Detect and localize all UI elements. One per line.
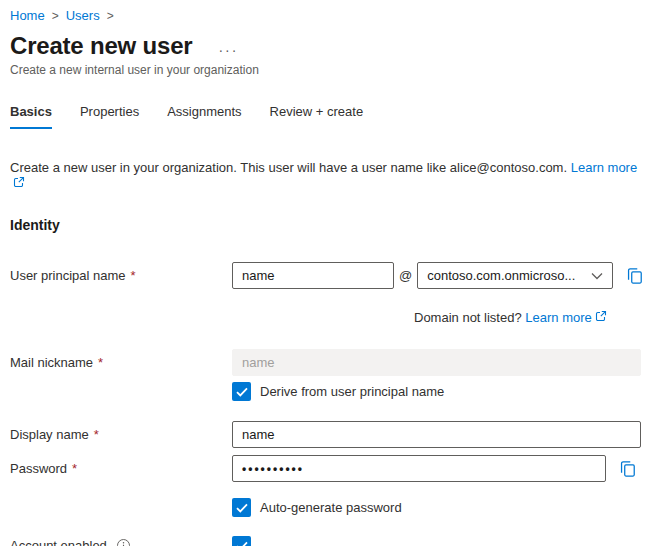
- account-enabled-field: [232, 536, 641, 546]
- more-menu-icon[interactable]: ···: [218, 35, 238, 57]
- intro-sentence: Create a new user in your organization. …: [10, 160, 567, 175]
- intro-text: Create a new user in your organization. …: [10, 160, 641, 191]
- breadcrumb-separator: >: [107, 9, 114, 23]
- account-enabled-row: Account enabled: [10, 536, 641, 546]
- display-name-input[interactable]: name: [232, 421, 641, 448]
- mail-nickname-field: name: [232, 349, 641, 376]
- password-input[interactable]: ••••••••••: [232, 455, 606, 482]
- page-subtitle: Create a new internal user in your organ…: [10, 63, 641, 77]
- derive-checkbox-row: Derive from user principal name: [232, 382, 641, 401]
- upn-row: User principal name * name @ contoso.com…: [10, 262, 641, 289]
- chevron-down-icon: [591, 268, 603, 283]
- domain-dropdown-value: contoso.com.onmicroso...: [427, 268, 575, 283]
- derive-checkbox-label: Derive from user principal name: [260, 384, 444, 399]
- autogen-checkbox-row: Auto-generate password: [232, 498, 641, 517]
- required-marker: *: [98, 355, 103, 370]
- required-marker: *: [131, 268, 136, 283]
- page-header: Create new user ···: [10, 32, 641, 60]
- tab-basics[interactable]: Basics: [10, 104, 52, 129]
- identity-section-title: Identity: [10, 217, 641, 233]
- domain-hint-row: Domain not listed? Learn more: [10, 310, 641, 325]
- display-name-label-text: Display name: [10, 427, 89, 442]
- mail-nickname-input: name: [232, 349, 641, 376]
- external-link-icon: [595, 310, 607, 325]
- mail-nickname-row: Mail nickname * name: [10, 349, 641, 376]
- upn-label: User principal name *: [10, 268, 232, 283]
- create-user-page: Home > Users > Create new user ··· Creat…: [0, 0, 651, 546]
- mail-nickname-label-text: Mail nickname: [10, 355, 93, 370]
- password-field: ••••••••••: [232, 455, 641, 482]
- upn-input[interactable]: name: [232, 262, 394, 289]
- intro-learn-more-link[interactable]: Learn more: [571, 160, 637, 175]
- account-enabled-checkbox[interactable]: [232, 536, 251, 546]
- breadcrumb: Home > Users >: [10, 8, 641, 23]
- external-link-icon: [13, 176, 25, 191]
- mail-nickname-label: Mail nickname *: [10, 355, 232, 370]
- autogen-password-checkbox[interactable]: [232, 498, 251, 517]
- upn-field: name @ contoso.com.onmicroso...: [232, 262, 644, 289]
- autogen-checkbox-label: Auto-generate password: [260, 500, 402, 515]
- password-label-text: Password: [10, 461, 67, 476]
- wizard-tabs: Basics Properties Assignments Review + c…: [10, 104, 641, 129]
- breadcrumb-separator: >: [52, 9, 59, 23]
- info-icon[interactable]: [116, 538, 131, 546]
- tab-review-create[interactable]: Review + create: [270, 104, 364, 129]
- required-marker: *: [94, 427, 99, 442]
- display-name-label: Display name *: [10, 427, 232, 442]
- breadcrumb-home-link[interactable]: Home: [10, 8, 45, 23]
- password-row: Password * ••••••••••: [10, 455, 641, 482]
- password-label: Password *: [10, 461, 232, 476]
- upn-label-text: User principal name: [10, 268, 126, 283]
- tab-assignments[interactable]: Assignments: [167, 104, 241, 129]
- page-title: Create new user: [10, 32, 192, 60]
- breadcrumb-users-link[interactable]: Users: [66, 8, 100, 23]
- domain-dropdown[interactable]: contoso.com.onmicroso...: [417, 262, 613, 289]
- account-enabled-label-text: Account enabled: [10, 538, 107, 546]
- account-enabled-label: Account enabled: [10, 538, 232, 546]
- copy-upn-button[interactable]: [625, 266, 644, 285]
- derive-checkbox[interactable]: [232, 382, 251, 401]
- tab-properties[interactable]: Properties: [80, 104, 139, 129]
- display-name-row: Display name * name: [10, 421, 641, 448]
- domain-hint-text: Domain not listed?: [414, 310, 522, 325]
- display-name-field: name: [232, 421, 641, 448]
- at-symbol: @: [399, 268, 412, 283]
- required-marker: *: [72, 461, 77, 476]
- domain-learn-more-link[interactable]: Learn more: [525, 310, 591, 325]
- copy-password-button[interactable]: [618, 459, 637, 478]
